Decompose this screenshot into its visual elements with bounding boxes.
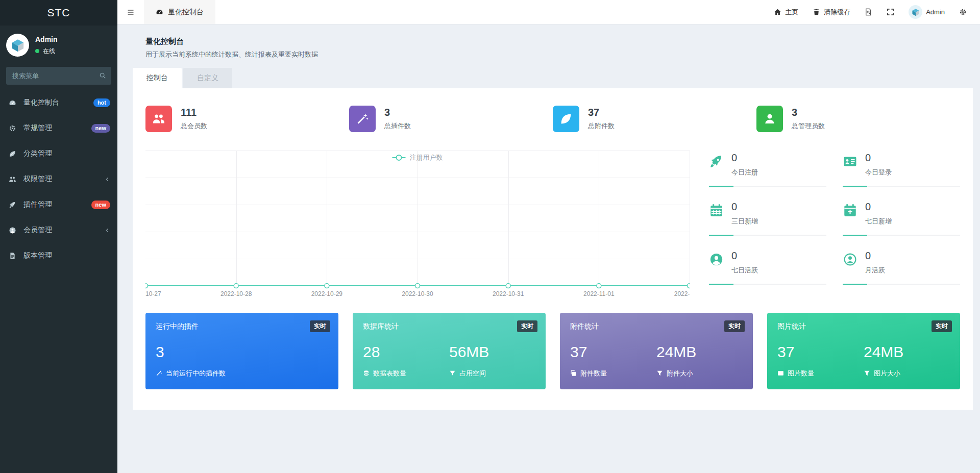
sidebar-item-label: 权限管理 [23, 175, 105, 184]
search-icon[interactable] [99, 72, 106, 79]
metric-value: 24MB [864, 343, 950, 361]
x-axis-tick: 2022-11-01 [583, 290, 615, 297]
metric: 37图片数量 [777, 343, 864, 378]
metric-label: 图片数量 [777, 369, 864, 378]
user-circle-icon [7, 227, 18, 234]
sidebar-item-badge: new [91, 124, 110, 133]
home-link-label: 主页 [785, 8, 798, 17]
mini-stat-text: 0三日新增 [731, 202, 758, 226]
metric-label-text: 图片数量 [788, 369, 814, 378]
stat-value: 3 [792, 107, 825, 117]
mini-stats-grid: 0今日注册0今日登录0三日新增0七日新增0七日活跃0月活跃 [709, 151, 960, 298]
fullscreen-button[interactable] [887, 8, 894, 16]
mini-stat-label: 今日登录 [865, 168, 892, 177]
stat-text: 3总管理员数 [792, 107, 825, 131]
user-status[interactable]: 在线 [35, 47, 58, 56]
calendar-icon [709, 203, 724, 226]
stat-text: 3总插件数 [384, 107, 411, 131]
metric-value: 3 [156, 343, 328, 361]
tab-custom[interactable]: 自定义 [183, 68, 232, 88]
metric-label-text: 数据表数量 [373, 369, 406, 378]
gauge-icon [7, 99, 18, 107]
stat-label: 总管理员数 [792, 121, 825, 131]
stat-label: 总插件数 [384, 121, 411, 131]
mini-stat-text: 0月活跃 [865, 251, 885, 275]
chart-series-line [145, 280, 690, 291]
dashboard-panel: 111总会员数3总插件数37总附件数3总管理员数 注册用户数 2022-10-2… [133, 88, 973, 410]
log-viewer-button[interactable] [865, 8, 872, 16]
metric-label: 附件数量 [570, 369, 656, 378]
online-dot-icon [35, 49, 39, 53]
sidebar-item-label: 分类管理 [23, 149, 110, 158]
metric-value: 37 [570, 343, 656, 361]
sidebar-item-member[interactable]: 会员管理 [0, 217, 117, 243]
mini-stat-three-day-new: 0三日新增 [709, 202, 826, 236]
stat-text: 37总附件数 [588, 107, 615, 131]
user-circle-icon [709, 252, 724, 275]
x-axis-tick: 2022-10-30 [402, 290, 433, 297]
metric: 24MB附件大小 [656, 343, 743, 378]
info-card-metrics: 28数据表数量56MB占用空间 [363, 343, 535, 378]
mini-stat-label: 月活跃 [865, 266, 885, 275]
sidebar-item-label: 会员管理 [23, 226, 105, 235]
sidebar-item-category[interactable]: 分类管理 [0, 141, 117, 166]
gauge-icon [156, 8, 163, 16]
brand-text: STC [47, 7, 70, 19]
mini-stat-progress [843, 284, 960, 285]
avatar [6, 34, 29, 57]
user-name: Admin [35, 35, 58, 43]
sidebar-item-permission[interactable]: 权限管理 [0, 166, 117, 192]
settings-button[interactable] [959, 8, 967, 16]
calendarplus-icon [843, 203, 857, 226]
metric-label: 数据表数量 [363, 369, 449, 378]
navbar-tab-dashboard[interactable]: 量化控制台 [144, 0, 215, 24]
avatar [909, 5, 922, 19]
stat-value: 37 [588, 107, 615, 117]
stats-row: 111总会员数3总插件数37总附件数3总管理员数 [145, 106, 960, 132]
mini-stat-text: 0今日注册 [731, 153, 758, 177]
leaf-icon [7, 150, 18, 158]
sidebar-item-dashboard[interactable]: 量化控制台hot [0, 90, 117, 115]
search-input[interactable] [6, 67, 111, 85]
sidebar-item-label: 常规管理 [23, 123, 91, 133]
stat-label: 总会员数 [181, 121, 207, 131]
metric-label-text: 当前运行中的插件数 [166, 369, 226, 378]
metric-value: 56MB [449, 343, 535, 361]
content-header: 量化控制台 用于展示当前系统中的统计数据、统计报表及重要实时数据 [133, 37, 973, 59]
info-card-database: 数据库统计实时28数据表数量56MB占用空间 [353, 313, 546, 389]
grid-vline [690, 151, 690, 286]
mini-stat-today-register: 0今日注册 [709, 153, 826, 187]
cogs-icon [7, 125, 18, 132]
metric-label-text: 附件数量 [580, 369, 607, 378]
image-icon [777, 370, 784, 377]
home-icon [774, 8, 781, 16]
chevron-left-icon [105, 228, 110, 233]
fullscreen-icon [887, 8, 894, 16]
chevron-left-icon [105, 177, 110, 182]
sidebar-item-version[interactable]: 版本管理 [0, 243, 117, 268]
realtime-badge: 实时 [517, 320, 537, 332]
metric-value: 28 [363, 343, 449, 361]
sidebar-menu: 量化控制台hot常规管理new分类管理权限管理插件管理new会员管理版本管理 [0, 90, 117, 268]
idcard-icon [843, 154, 857, 177]
metric-value: 24MB [656, 343, 743, 361]
brand-logo[interactable]: STC [0, 0, 117, 26]
stat-label: 总附件数 [588, 121, 615, 131]
mini-stat-seven-day-active: 0七日活跃 [709, 251, 826, 285]
chart-legend[interactable]: 注册用户数 [393, 153, 443, 162]
mini-stat-value: 0 [865, 202, 892, 212]
user-status-label: 在线 [43, 47, 55, 56]
users-icon [145, 106, 172, 132]
metric-label: 占用空间 [449, 369, 535, 378]
navbar-tab-label: 量化控制台 [168, 8, 204, 17]
user-menu[interactable]: Admin [909, 5, 945, 19]
sidebar-toggle-button[interactable] [117, 0, 144, 24]
sidebar-item-plugin[interactable]: 插件管理new [0, 192, 117, 217]
home-link[interactable]: 主页 [774, 8, 798, 17]
sidebar-item-general[interactable]: 常规管理new [0, 115, 117, 141]
mini-stat-seven-day-new: 0七日新增 [843, 202, 960, 236]
funnel-icon [864, 370, 870, 377]
tab-console[interactable]: 控制台 [133, 68, 182, 88]
clear-cache-link[interactable]: 清除缓存 [813, 8, 850, 17]
sidebar-item-label: 量化控制台 [23, 98, 93, 107]
